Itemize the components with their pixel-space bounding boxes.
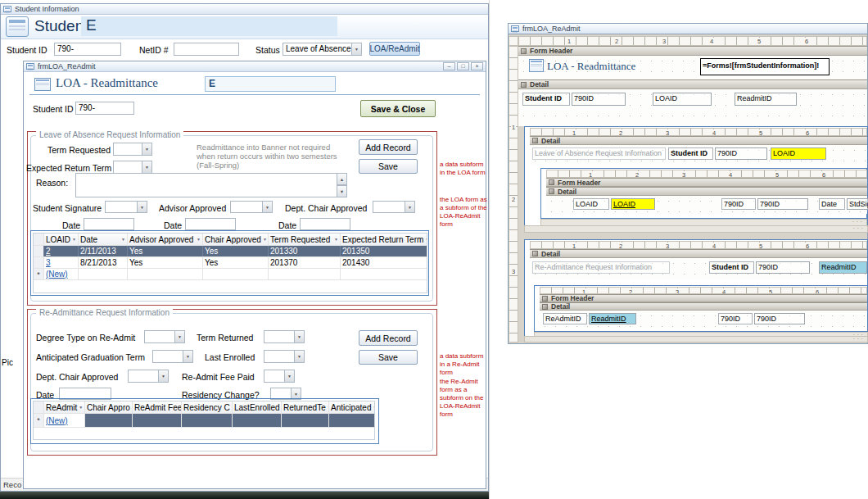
dropdown-icon[interactable]: ▼ xyxy=(183,351,192,362)
design-header-title[interactable]: LOA - Readmittance xyxy=(547,60,635,73)
column-header-fee[interactable]: ReAdmit Fee▼ xyxy=(133,401,182,413)
cell-empty[interactable] xyxy=(203,269,269,279)
column-header-anticipated[interactable]: Anticipated▼ xyxy=(329,401,375,413)
column-sort-icon[interactable]: ▼ xyxy=(72,237,76,242)
column-header-expected[interactable]: Expected Return Term▼ xyxy=(341,234,427,245)
loa-section-title-label[interactable]: Leave of Absence Request Information xyxy=(532,147,666,160)
readmit-subform-ruler[interactable]: 123456 xyxy=(530,241,867,249)
row-selector[interactable] xyxy=(34,401,44,413)
column-header-chair[interactable]: Chair Appro▼ xyxy=(85,401,133,413)
cell-empty[interactable] xyxy=(182,414,233,427)
new-record-selector[interactable]: * xyxy=(34,414,44,427)
loa-subform-student-id-label[interactable]: Student ID xyxy=(668,147,713,160)
column-header-lastenrolled[interactable]: LastEnrolled▼ xyxy=(233,401,282,413)
cell-empty[interactable] xyxy=(79,269,128,279)
loa-datasheet-row[interactable]: 3 8/21/2013 Yes Yes 201370 201430 xyxy=(34,257,427,269)
dept-chair-approved-combo[interactable]: ▼ xyxy=(373,201,415,213)
cell-term[interactable]: 201370 xyxy=(269,257,341,268)
readmit-subform-detail-bar[interactable]: Detail xyxy=(530,249,867,258)
cell-empty[interactable] xyxy=(329,414,375,427)
cell-empty[interactable] xyxy=(282,414,329,427)
loa-subform-student-id-textbox[interactable]: 790ID xyxy=(715,147,767,160)
loa-data-loaid-label[interactable]: LOAID xyxy=(573,198,609,210)
dropdown-icon[interactable]: ▼ xyxy=(294,351,304,362)
dropdown-icon[interactable]: ▼ xyxy=(142,161,151,173)
cell-expected[interactable]: 201430 xyxy=(341,257,427,268)
readmit-data-sid-label[interactable]: 790ID xyxy=(718,313,753,324)
readmit-data-sid-textbox[interactable]: 790ID xyxy=(754,313,805,324)
column-sort-icon[interactable]: ▼ xyxy=(79,405,83,410)
cell-loaid[interactable]: 3 xyxy=(44,257,79,268)
dropdown-icon[interactable]: ▼ xyxy=(284,370,294,382)
signature-date-field[interactable] xyxy=(84,218,134,230)
cell-empty[interactable] xyxy=(133,414,182,427)
loa-student-id-field[interactable]: 790- xyxy=(75,102,134,115)
loa-add-record-button[interactable]: Add Record xyxy=(359,139,418,155)
column-header-date[interactable]: Date▼ xyxy=(79,234,128,245)
restore-icon[interactable]: □ xyxy=(457,62,469,70)
loaid-link[interactable]: 3 xyxy=(46,258,51,267)
degree-type-combo[interactable]: ▼ xyxy=(144,330,185,343)
column-sort-icon[interactable]: ▼ xyxy=(197,237,201,242)
cell-loaid[interactable]: 2 xyxy=(44,246,79,256)
loa-data-sid-textbox[interactable]: 790ID xyxy=(757,198,808,210)
loa-subform-ruler[interactable]: 123456 xyxy=(530,128,867,136)
cell-new[interactable]: (New) xyxy=(44,414,85,427)
scroll-up-icon[interactable]: ▲ xyxy=(337,173,347,185)
readmit-data-form-header-bar[interactable]: Form Header xyxy=(540,294,867,302)
design-window-titlebar[interactable]: frmLOA_ReAdmit xyxy=(508,23,868,34)
minimize-icon[interactable]: – xyxy=(443,62,455,70)
readmit-subform-readmitid-textbox-highlighted[interactable]: ReadmitID xyxy=(819,261,867,274)
column-sort-icon[interactable]: ▼ xyxy=(373,405,375,410)
column-header-advisor[interactable]: Advisor Approved▼ xyxy=(128,234,203,245)
loa-readmit-button[interactable]: LOA/ReAdmit xyxy=(369,42,420,56)
reason-field[interactable]: ▲ ▼ xyxy=(75,173,347,197)
loa-window-titlebar[interactable]: frmLOA_ReAdmit – □ × xyxy=(24,61,486,72)
loa-data-stdsigndate-textbox[interactable]: StdSignDate xyxy=(847,198,868,210)
cell-chair[interactable]: Yes xyxy=(203,246,269,256)
column-header-chair[interactable]: Chair Approved▼ xyxy=(203,234,269,245)
vertical-ruler[interactable]: 123 xyxy=(509,46,518,342)
scroll-down-icon[interactable]: ▼ xyxy=(337,185,347,197)
readmit-datasheet-new-row[interactable]: * (New) xyxy=(34,414,374,428)
advisor-date-field[interactable] xyxy=(185,218,236,230)
student-id-field[interactable]: 790- xyxy=(54,43,121,56)
readmit-subform-student-id-textbox[interactable]: 790ID xyxy=(756,261,810,274)
student-signature-combo[interactable]: ▼ xyxy=(105,201,147,213)
loa-subform-scrollbar[interactable] xyxy=(524,225,868,233)
design-loaid-textbox[interactable]: LOAID xyxy=(653,93,712,106)
cell-empty[interactable] xyxy=(341,269,427,279)
column-header-term[interactable]: Term Requested▼ xyxy=(269,234,341,245)
readmit-data-detail-bar[interactable]: Detail xyxy=(540,302,867,311)
loa-data-date-label[interactable]: Date xyxy=(819,198,845,210)
cell-advisor[interactable]: Yes xyxy=(128,257,203,268)
term-requested-combo[interactable]: ▼ xyxy=(113,143,152,156)
row-selector[interactable] xyxy=(34,246,44,256)
loa-header-student-field[interactable]: E xyxy=(205,76,336,92)
close-icon[interactable]: × xyxy=(471,62,483,70)
cell-expected[interactable]: 201350 xyxy=(341,246,427,256)
cell-date[interactable]: 8/21/2013 xyxy=(79,257,128,268)
advisor-approved-combo[interactable]: ▼ xyxy=(230,201,273,213)
anticipated-grad-combo[interactable]: ▼ xyxy=(152,350,193,363)
dropdown-icon[interactable]: ▼ xyxy=(351,43,361,55)
student-name-field[interactable]: E xyxy=(81,16,337,36)
readmit-save-button[interactable]: Save xyxy=(359,350,418,365)
loa-data-detail-bar[interactable]: Detail xyxy=(546,187,867,196)
term-returned-combo[interactable]: ▼ xyxy=(264,330,305,343)
column-header-readmit[interactable]: ReAdmit▼ xyxy=(44,401,85,413)
student-window-titlebar[interactable]: Student Information xyxy=(1,4,488,15)
status-combo[interactable]: Leave of Absence ▼ xyxy=(283,43,362,56)
dropdown-icon[interactable]: ▼ xyxy=(137,202,147,212)
column-header-residency[interactable]: Residency C▼ xyxy=(182,401,233,413)
loa-subform-loaid-textbox-highlighted[interactable]: LOAID xyxy=(771,147,826,160)
new-record-link[interactable]: (New) xyxy=(46,416,68,425)
last-enrolled-combo[interactable]: ▼ xyxy=(264,350,305,363)
cell-date[interactable]: 2/11/2013 xyxy=(79,246,128,256)
readmit-section-title-label[interactable]: Re-Admittance Request Information xyxy=(532,261,670,274)
cell-empty[interactable] xyxy=(128,269,203,279)
dropdown-icon[interactable]: ▼ xyxy=(405,202,414,212)
dropdown-icon[interactable]: ▼ xyxy=(158,370,168,382)
loa-data-loaid-textbox-highlighted[interactable]: LOAID xyxy=(611,198,655,210)
design-header-expression-textbox[interactable]: =Forms![frmStudentInformation]! xyxy=(700,58,830,75)
